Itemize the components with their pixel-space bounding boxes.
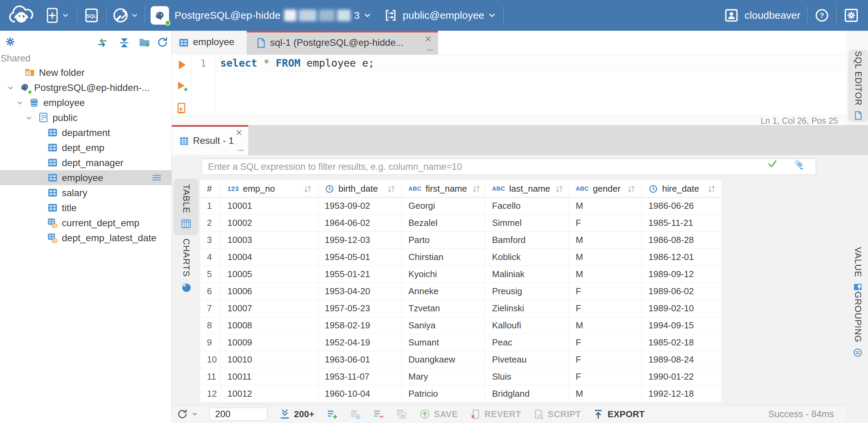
data-cell-last_name[interactable]: Zielinski	[485, 300, 569, 317]
expander-chevron-icon[interactable]	[6, 83, 15, 92]
column-header-gender[interactable]: ABCgender	[569, 180, 642, 197]
driver-manager-button[interactable]	[112, 7, 139, 24]
expander-chevron-icon[interactable]	[25, 113, 33, 122]
tree-item-employee[interactable]: employee	[0, 170, 172, 185]
new-folder-icon[interactable]	[138, 36, 151, 49]
data-cell-gender[interactable]: M	[569, 385, 642, 402]
data-cell-last_name[interactable]: Kalloufi	[485, 317, 569, 334]
data-cell-birth_date[interactable]: 1959-12-03	[318, 232, 402, 249]
sql-editor[interactable]: 1 select * FROM employee e;	[172, 55, 846, 115]
data-cell-last_name[interactable]: Bridgland	[485, 385, 569, 402]
data-cell-gender[interactable]: F	[569, 351, 642, 368]
data-cell-first_name[interactable]: Duangkaew	[402, 351, 485, 368]
tree-item-dept-manager[interactable]: dept_manager	[0, 155, 172, 170]
data-cell-first_name[interactable]: Chirstian	[402, 249, 485, 266]
data-cell-emp_no[interactable]: 10012	[221, 385, 318, 402]
sort-arrows-icon[interactable]	[386, 184, 396, 194]
row-index-cell[interactable]: 10	[200, 351, 221, 368]
data-cell-gender[interactable]: F	[569, 283, 642, 300]
data-cell-first_name[interactable]: Sumant	[402, 334, 485, 351]
row-index-cell[interactable]: 11	[200, 368, 221, 385]
sql-statement[interactable]: select * FROM employee e;	[220, 57, 375, 69]
data-cell-hire_date[interactable]: 1989-06-02	[642, 283, 722, 300]
presentation-tab-charts[interactable]: CHARTS	[174, 238, 198, 293]
close-icon[interactable]	[235, 128, 243, 137]
help-button[interactable]: ?	[814, 8, 829, 23]
navigator-settings-gear-icon[interactable]	[4, 36, 16, 48]
duplicate-row-icon[interactable]	[349, 408, 361, 420]
data-cell-hire_date[interactable]: 1985-11-21	[642, 215, 722, 232]
row-index-cell[interactable]: 3	[200, 232, 221, 249]
data-cell-hire_date[interactable]: 1989-09-12	[642, 266, 722, 283]
auto-refresh-icon[interactable]	[396, 408, 407, 420]
tree-item-dept-emp-latest-date[interactable]: dept_emp_latest_date	[0, 230, 172, 245]
execute-query-icon[interactable]	[176, 59, 188, 71]
column-header-emp_no[interactable]: 123emp_no	[221, 180, 318, 197]
data-cell-gender[interactable]: F	[569, 334, 642, 351]
column-header-index[interactable]: #	[200, 180, 221, 197]
delete-row-icon[interactable]	[373, 408, 384, 420]
row-index-cell[interactable]: 4	[200, 249, 221, 266]
row-index-cell[interactable]: 6	[200, 283, 221, 300]
add-row-icon[interactable]	[326, 408, 338, 420]
data-cell-emp_no[interactable]: 10010	[221, 351, 318, 368]
panel-tab-value[interactable]: VALUE	[850, 251, 866, 288]
tab-menu-icon[interactable]	[237, 146, 245, 154]
data-cell-last_name[interactable]: Sluis	[485, 368, 569, 385]
data-cell-birth_date[interactable]: 1953-04-20	[318, 283, 402, 300]
tree-item-current-dept-emp[interactable]: current_dept_emp	[0, 215, 172, 230]
data-cell-birth_date[interactable]: 1958-02-19	[318, 317, 402, 334]
data-cell-birth_date[interactable]: 1953-11-07	[318, 368, 402, 385]
tree-item-postgresql-ep-hidden[interactable]: PostgreSQL@ep-hidden-...	[0, 80, 172, 95]
refresh-results-button[interactable]	[177, 408, 198, 420]
row-index-cell[interactable]: 12	[200, 385, 221, 402]
tree-item-title[interactable]: title	[0, 200, 172, 215]
data-cell-first_name[interactable]: Tzvetan	[402, 300, 485, 317]
data-cell-emp_no[interactable]: 10008	[221, 317, 318, 334]
data-cell-hire_date[interactable]: 1990-01-22	[642, 368, 722, 385]
data-cell-gender[interactable]: M	[569, 317, 642, 334]
filter-input[interactable]	[201, 159, 816, 175]
tab-menu-icon[interactable]	[426, 46, 434, 54]
tree-item-employee[interactable]: employee	[0, 95, 172, 110]
column-header-last_name[interactable]: ABClast_name	[485, 180, 569, 197]
data-cell-last_name[interactable]: Preusig	[485, 283, 569, 300]
sort-arrows-icon[interactable]	[471, 184, 481, 194]
execute-script-icon[interactable]	[176, 102, 188, 114]
code-area[interactable]: select * FROM employee e;	[215, 55, 846, 115]
data-cell-birth_date[interactable]: 1964-06-02	[318, 215, 402, 232]
data-cell-last_name[interactable]: Bamford	[485, 232, 569, 249]
data-cell-last_name[interactable]: Simmel	[485, 215, 569, 232]
data-cell-birth_date[interactable]: 1955-01-21	[318, 266, 402, 283]
data-cell-emp_no[interactable]: 10009	[221, 334, 318, 351]
data-cell-first_name[interactable]: Georgi	[402, 197, 485, 215]
data-cell-gender[interactable]: M	[569, 266, 642, 283]
data-cell-hire_date[interactable]: 1986-12-01	[642, 249, 722, 266]
data-cell-emp_no[interactable]: 10003	[221, 232, 318, 249]
new-sql-editor-button[interactable]: SQL	[84, 7, 99, 24]
data-cell-gender[interactable]: M	[569, 197, 642, 215]
execute-new-tab-icon[interactable]	[176, 80, 188, 92]
data-cell-gender[interactable]: M	[569, 249, 642, 266]
row-index-cell[interactable]: 7	[200, 300, 221, 317]
collapse-all-icon[interactable]	[118, 37, 130, 49]
data-cell-last_name[interactable]: Facello	[485, 197, 569, 215]
data-cell-birth_date[interactable]: 1952-04-19	[318, 334, 402, 351]
tree-item-public[interactable]: public	[0, 110, 172, 125]
script-button[interactable]: SCRIPT	[533, 408, 581, 420]
panel-tab-grouping[interactable]: GROUPING	[850, 292, 866, 357]
data-cell-birth_date[interactable]: 1957-05-23	[318, 300, 402, 317]
clear-filter-eraser-icon[interactable]	[793, 158, 805, 170]
tree-item-department[interactable]: department	[0, 125, 172, 140]
sort-arrows-icon[interactable]	[626, 184, 636, 194]
revert-button[interactable]: REVERT	[470, 408, 521, 420]
data-cell-first_name[interactable]: Parto	[402, 232, 485, 249]
column-header-birth_date[interactable]: birth_date	[318, 180, 402, 197]
data-cell-last_name[interactable]: Koblick	[485, 249, 569, 266]
fetch-more-button[interactable]: 200+	[279, 408, 314, 420]
data-cell-first_name[interactable]: Saniya	[402, 317, 485, 334]
data-cell-first_name[interactable]: Mary	[402, 368, 485, 385]
save-button[interactable]: SAVE	[419, 408, 458, 420]
data-cell-hire_date[interactable]: 1989-08-24	[642, 351, 722, 368]
refresh-tree-icon[interactable]	[156, 36, 169, 49]
